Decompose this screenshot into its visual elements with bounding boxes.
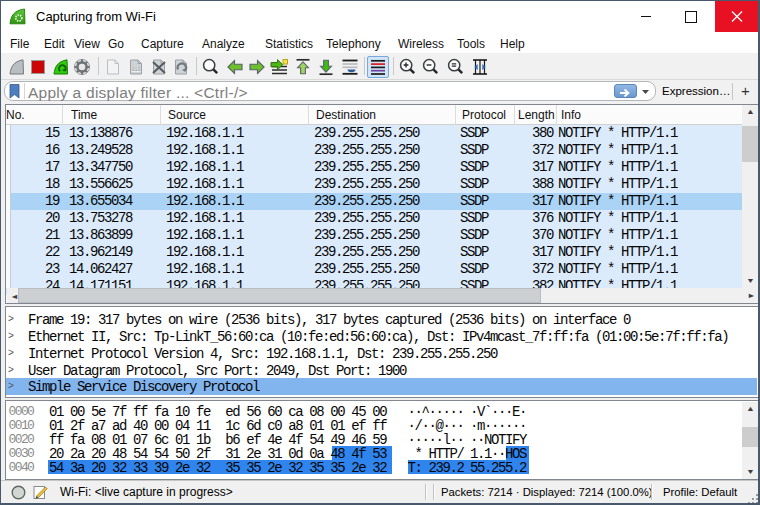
svg-text:010: 010 <box>132 67 141 72</box>
